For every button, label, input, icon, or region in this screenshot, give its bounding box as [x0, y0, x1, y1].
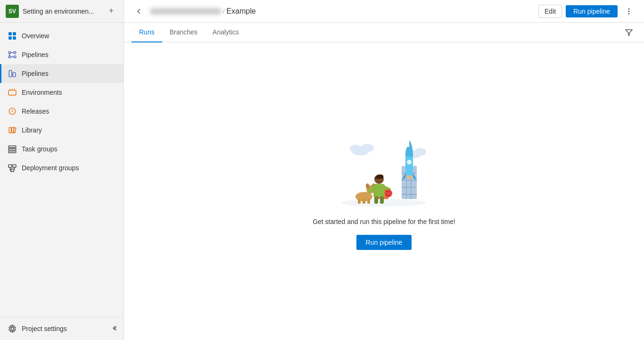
svg-point-31: [628, 10, 630, 12]
svg-rect-60: [363, 199, 365, 204]
sidebar-footer: Project settings: [0, 317, 124, 340]
add-project-button[interactable]: +: [105, 5, 118, 18]
sidebar-nav: Overview Pipelines Pipelines: [0, 23, 124, 317]
filter-button[interactable]: [621, 25, 636, 40]
sidebar-item-deployment-groups[interactable]: Deployment groups: [0, 158, 124, 177]
tab-runs[interactable]: Runs: [132, 23, 162, 42]
svg-point-7: [14, 56, 16, 58]
svg-rect-0: [8, 32, 12, 35]
tabs-bar: Runs Branches Analytics: [124, 23, 644, 42]
sidebar-item-pipelines-parent-label: Pipelines: [22, 51, 49, 58]
deployment-groups-icon: [8, 163, 17, 173]
svg-rect-21: [8, 149, 16, 150]
sidebar-item-pipelines[interactable]: Pipelines: [0, 64, 124, 83]
sidebar-item-library[interactable]: Library: [0, 121, 124, 140]
sidebar-item-overview-label: Overview: [22, 32, 49, 40]
project-name: Setting an environmen...: [23, 8, 105, 15]
svg-point-32: [628, 13, 630, 14]
run-pipeline-main-button[interactable]: Run pipeline: [356, 235, 412, 250]
svg-rect-20: [8, 146, 16, 147]
svg-rect-2: [8, 36, 12, 40]
empty-state-illustration: [332, 133, 436, 208]
pipelines-parent-icon: [8, 50, 17, 59]
breadcrumb: / Example: [150, 7, 538, 16]
collapse-icon[interactable]: [110, 324, 118, 333]
back-button[interactable]: [132, 4, 147, 19]
sidebar-item-deployment-groups-label: Deployment groups: [22, 164, 79, 172]
content-area: Get started and run this pipeline for th…: [124, 42, 644, 340]
sidebar: SV Setting an environmen... + Overview P…: [0, 0, 124, 340]
project-settings-item[interactable]: Project settings: [0, 317, 124, 340]
sidebar-header: SV Setting an environmen... +: [0, 0, 124, 23]
main-content: / Example Edit Run pipeline Runs Branche…: [124, 0, 644, 340]
pipelines-child-icon: [8, 69, 17, 78]
svg-point-39: [415, 148, 426, 156]
project-settings-label: Project settings: [22, 325, 67, 332]
environments-icon: [8, 88, 17, 97]
settings-icon: [8, 324, 17, 333]
svg-rect-11: [9, 70, 12, 77]
sidebar-item-task-groups-label: Task groups: [22, 145, 57, 153]
sidebar-item-releases[interactable]: Releases: [0, 102, 124, 121]
svg-rect-61: [367, 199, 370, 204]
svg-point-37: [350, 145, 361, 152]
svg-rect-24: [13, 165, 16, 167]
sidebar-item-releases-label: Releases: [22, 108, 49, 115]
library-icon: [8, 125, 17, 135]
tab-analytics[interactable]: Analytics: [205, 23, 247, 42]
releases-icon: [8, 107, 17, 116]
empty-state: Get started and run this pipeline for th…: [313, 133, 455, 250]
svg-rect-12: [13, 73, 16, 77]
sidebar-item-environments-label: Environments: [22, 89, 62, 96]
svg-point-36: [361, 144, 374, 152]
sidebar-item-environments[interactable]: Environments: [0, 83, 124, 102]
breadcrumb-blurred: [150, 8, 221, 15]
sidebar-item-library-label: Library: [22, 126, 42, 134]
svg-marker-33: [626, 30, 632, 35]
svg-rect-18: [9, 127, 11, 133]
task-groups-icon: [8, 144, 17, 154]
svg-rect-66: [374, 196, 378, 204]
svg-point-4: [8, 51, 11, 54]
sidebar-item-task-groups[interactable]: Task groups: [0, 140, 124, 158]
pipeline-title: Example: [226, 7, 256, 16]
overview-icon: [8, 31, 17, 41]
svg-rect-22: [8, 151, 16, 153]
header-actions: Edit Run pipeline: [538, 4, 636, 19]
edit-button[interactable]: Edit: [538, 5, 562, 18]
more-options-button[interactable]: [621, 4, 636, 19]
svg-rect-59: [358, 199, 361, 204]
main-header: / Example Edit Run pipeline: [124, 0, 644, 23]
avatar: SV: [6, 5, 19, 18]
svg-point-49: [407, 160, 412, 165]
svg-point-30: [628, 8, 630, 9]
svg-rect-3: [13, 36, 16, 40]
svg-point-29: [11, 327, 14, 330]
svg-rect-13: [8, 91, 16, 95]
svg-rect-23: [8, 165, 12, 167]
sidebar-item-pipelines-parent[interactable]: Pipelines: [0, 45, 124, 64]
svg-point-6: [8, 56, 11, 58]
svg-rect-63: [373, 184, 385, 197]
sidebar-item-overview[interactable]: Overview: [0, 26, 124, 45]
sidebar-item-pipelines-label: Pipelines: [22, 70, 49, 77]
svg-rect-1: [13, 32, 16, 35]
svg-point-5: [14, 51, 16, 54]
svg-rect-48: [405, 157, 413, 175]
svg-rect-67: [380, 196, 384, 204]
empty-state-text: Get started and run this pipeline for th…: [313, 218, 455, 225]
tab-branches[interactable]: Branches: [162, 23, 205, 42]
run-pipeline-header-button[interactable]: Run pipeline: [566, 5, 618, 17]
